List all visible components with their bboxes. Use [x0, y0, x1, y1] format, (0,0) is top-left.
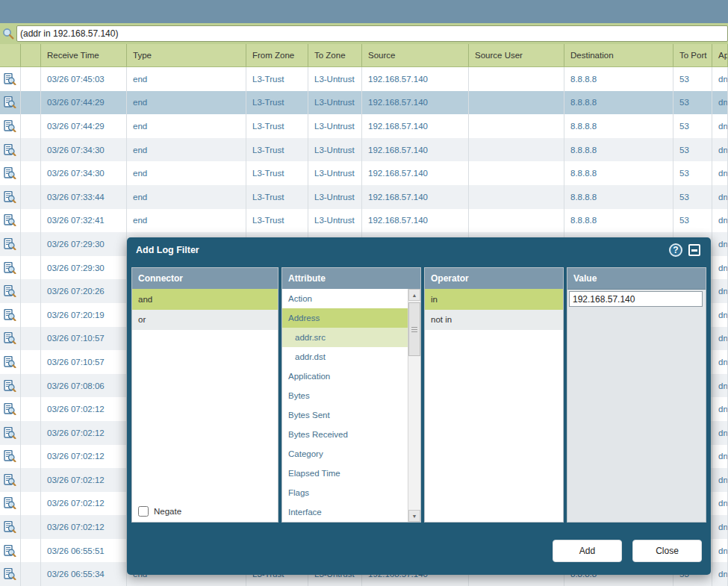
log-detail-icon[interactable] [0, 161, 21, 185]
cell-source: 192.168.57.140 [362, 185, 469, 209]
cell-source_user [469, 91, 564, 115]
connector-option-or[interactable]: or [132, 310, 278, 331]
attribute-option-Elapsed-Time[interactable]: Elapsed Time [282, 464, 408, 483]
log-detail-icon[interactable] [0, 374, 21, 398]
log-row[interactable]: 03/26 07:34:30endL3-TrustL3-Untrust192.1… [0, 161, 728, 185]
column-header-receive-time[interactable]: Receive Time [41, 44, 127, 66]
log-detail-icon[interactable] [0, 421, 21, 445]
log-detail-icon[interactable] [0, 209, 21, 233]
log-detail-icon[interactable] [0, 256, 21, 280]
attribute-option-Flags[interactable]: Flags [282, 483, 408, 502]
negate-checkbox[interactable] [138, 506, 149, 517]
log-detail-icon[interactable] [0, 445, 21, 469]
column-header-source[interactable]: Source [362, 44, 469, 66]
cell-application: dns [712, 445, 728, 469]
minimize-icon[interactable] [688, 244, 700, 256]
add-button[interactable]: Add [553, 540, 622, 562]
cell-from_zone: L3-Trust [246, 67, 308, 91]
operator-option-in[interactable]: in [425, 289, 563, 310]
cell-application: dns [712, 185, 728, 209]
cell-to_zone: L3-Untrust [308, 114, 362, 138]
operator-option-not-in[interactable]: not in [425, 310, 563, 331]
cell-to_port: 53 [673, 67, 712, 91]
cell-type: end [127, 185, 246, 209]
cell-to_zone: L3-Untrust [308, 91, 362, 115]
cell-receive_time: 03/26 07:32:41 [41, 209, 127, 233]
log-detail-icon[interactable] [0, 492, 21, 516]
cell-type: end [127, 114, 246, 138]
log-detail-icon[interactable] [0, 468, 21, 492]
log-detail-icon[interactable] [0, 91, 21, 115]
flag-cell [21, 445, 41, 469]
search-icon[interactable] [0, 28, 16, 40]
log-detail-icon[interactable] [0, 67, 21, 91]
attribute-option-Interface[interactable]: Interface [282, 502, 408, 522]
scroll-down-icon[interactable]: ▼ [408, 510, 420, 522]
flag-cell [21, 67, 41, 91]
attribute-option-addr.dst[interactable]: addr.dst [282, 347, 408, 367]
log-detail-icon[interactable] [0, 279, 21, 303]
cell-receive_time: 03/26 07:29:30 [41, 232, 127, 256]
log-row[interactable]: 03/26 07:45:03endL3-TrustL3-Untrust192.1… [0, 67, 728, 91]
cell-receive_time: 03/26 07:02:12 [41, 421, 127, 445]
flag-cell [21, 515, 41, 539]
column-header-to-zone[interactable]: To Zone [308, 44, 362, 66]
attribute-option-Action[interactable]: Action [282, 289, 408, 308]
log-detail-icon[interactable] [0, 114, 21, 138]
connector-option-and[interactable]: and [132, 289, 278, 310]
column-header-type[interactable]: Type [127, 44, 246, 66]
cell-destination: 8.8.8.8 [564, 209, 673, 233]
attribute-option-Address[interactable]: Address [282, 308, 408, 328]
cell-from_zone: L3-Trust [246, 161, 308, 185]
cell-to_zone: L3-Untrust [308, 138, 362, 162]
value-input[interactable] [569, 291, 703, 307]
log-detail-icon[interactable] [0, 232, 21, 256]
cell-source: 192.168.57.140 [362, 209, 469, 233]
attribute-option-Bytes[interactable]: Bytes [282, 386, 408, 405]
log-row[interactable]: 03/26 07:44:29endL3-TrustL3-Untrust192.1… [0, 91, 728, 115]
cell-source: 192.168.57.140 [362, 114, 469, 138]
scroll-up-icon[interactable]: ▲ [408, 289, 420, 301]
attribute-option-Bytes-Sent[interactable]: Bytes Sent [282, 405, 408, 425]
column-header-destination[interactable]: Destination [564, 44, 673, 66]
negate-checkbox-row[interactable]: Negate [138, 506, 181, 517]
log-row[interactable]: 03/26 07:44:29endL3-TrustL3-Untrust192.1… [0, 114, 728, 138]
log-detail-icon[interactable] [0, 397, 21, 421]
attribute-option-Bytes-Received[interactable]: Bytes Received [282, 425, 408, 444]
log-row[interactable]: 03/26 07:33:44endL3-TrustL3-Untrust192.1… [0, 185, 728, 209]
log-row[interactable]: 03/26 07:32:41endL3-TrustL3-Untrust192.1… [0, 209, 728, 233]
cell-receive_time: 03/26 07:44:29 [41, 114, 127, 138]
attribute-option-Category[interactable]: Category [282, 444, 408, 464]
log-detail-icon[interactable] [0, 562, 21, 586]
help-icon[interactable]: ? [669, 243, 682, 257]
cell-source_user [469, 67, 564, 91]
log-detail-icon[interactable] [0, 350, 21, 374]
cell-receive_time: 03/26 07:34:30 [41, 161, 127, 185]
filter-query-input[interactable] [16, 25, 728, 42]
cell-to_port: 53 [673, 114, 712, 138]
connector-header: Connector [132, 268, 278, 290]
attribute-list-wrap: ActionAddressaddr.srcaddr.dstApplication… [282, 289, 420, 522]
cell-to_port: 53 [673, 91, 712, 115]
column-header-blank-1[interactable] [21, 44, 41, 66]
log-row[interactable]: 03/26 07:34:30endL3-TrustL3-Untrust192.1… [0, 138, 728, 162]
log-detail-icon[interactable] [0, 515, 21, 539]
close-button[interactable]: Close [632, 540, 702, 562]
attribute-option-addr.src[interactable]: addr.src [282, 328, 408, 347]
column-header-blank-0[interactable] [0, 44, 21, 66]
column-header-application[interactable]: Application [712, 44, 728, 66]
cell-to_zone: L3-Untrust [308, 67, 362, 91]
attribute-option-Application[interactable]: Application [282, 367, 408, 386]
log-detail-icon[interactable] [0, 327, 21, 351]
cell-to_zone: L3-Untrust [308, 161, 362, 185]
log-detail-icon[interactable] [0, 185, 21, 209]
log-filter-bar [0, 23, 728, 45]
scrollbar-thumb[interactable] [408, 302, 420, 356]
log-detail-icon[interactable] [0, 303, 21, 327]
column-header-to-port[interactable]: To Port [673, 44, 712, 66]
log-detail-icon[interactable] [0, 138, 21, 162]
column-header-source-user[interactable]: Source User [469, 44, 564, 66]
log-detail-icon[interactable] [0, 539, 21, 563]
attribute-scrollbar[interactable]: ▲ ▼ [408, 289, 420, 522]
column-header-from-zone[interactable]: From Zone [246, 44, 308, 66]
